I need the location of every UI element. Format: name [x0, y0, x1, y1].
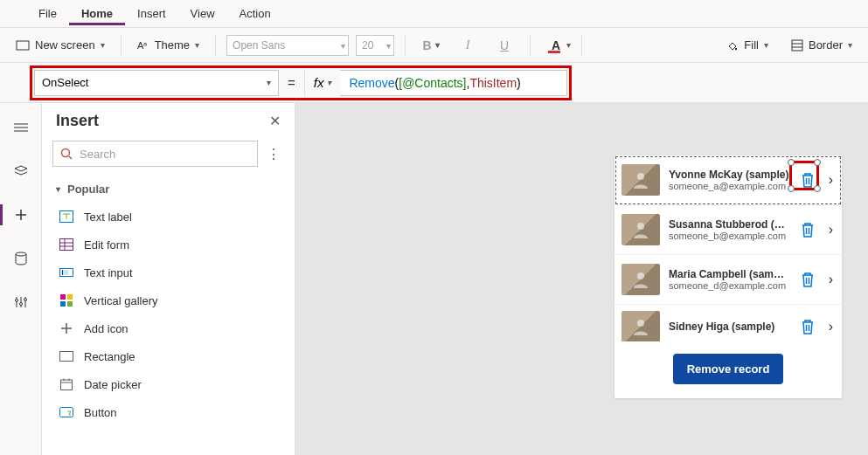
contact-name: Maria Campbell (sample): [669, 268, 790, 280]
canvas[interactable]: Yvonne McKay (sample) someone_a@example.…: [295, 103, 868, 455]
svg-rect-29: [67, 294, 73, 300]
insert-item-rectangle[interactable]: Rectangle: [42, 342, 295, 370]
search-input[interactable]: Search: [52, 141, 258, 167]
text-label-icon: [59, 210, 73, 224]
insert-pane-button[interactable]: [7, 201, 35, 229]
menu-view[interactable]: View: [178, 2, 227, 25]
date-picker-icon: [59, 377, 73, 391]
svg-line-19: [69, 156, 72, 159]
svg-point-13: [15, 300, 17, 302]
insert-item-edit-form[interactable]: Edit form: [42, 231, 295, 259]
insert-pane: Insert ✕ Search ⋮ ▾ Popular Text label E…: [42, 103, 295, 455]
data-button[interactable]: [7, 245, 35, 272]
category-label: Popular: [67, 183, 109, 196]
chevron-down-icon: ▾: [327, 78, 331, 87]
chevron-right-icon[interactable]: ›: [825, 222, 837, 238]
search-placeholder: Search: [80, 148, 115, 161]
category-popular[interactable]: ▾ Popular: [42, 176, 295, 203]
font-family-select[interactable]: Open Sans: [226, 35, 349, 56]
insert-item-text-input[interactable]: Text input: [42, 259, 295, 286]
svg-rect-30: [60, 301, 66, 307]
contact-name: Susanna Stubberod (sample): [669, 218, 790, 231]
svg-rect-28: [60, 294, 66, 300]
svg-point-49: [637, 320, 644, 327]
insert-item-label: Vertical gallery: [84, 294, 158, 307]
theme-button[interactable]: Aᵃ Theme ▾: [132, 35, 205, 55]
token-function: Remove: [349, 76, 394, 90]
left-rail: [0, 103, 42, 455]
trash-icon[interactable]: [799, 221, 816, 238]
font-size-select[interactable]: 20: [356, 35, 394, 56]
color-swatch: [548, 51, 560, 53]
bold-button[interactable]: B▾: [416, 35, 446, 56]
trash-icon[interactable]: [799, 271, 816, 288]
new-screen-button[interactable]: New screen ▾: [10, 35, 110, 55]
formula-input[interactable]: Remove( [@Contacts], ThisItem ): [340, 70, 567, 96]
svg-point-40: [637, 173, 644, 180]
menu-action[interactable]: Action: [227, 2, 283, 25]
add-icon-icon: [59, 321, 73, 335]
new-screen-icon: [16, 40, 30, 51]
italic-button[interactable]: I: [453, 35, 483, 56]
insert-item-label: Edit form: [84, 238, 129, 252]
insert-item-date-picker[interactable]: Date picker: [42, 370, 295, 398]
vertical-gallery-icon: [59, 293, 73, 307]
border-button[interactable]: Border ▾: [786, 35, 858, 55]
insert-item-add-icon[interactable]: Add icon: [42, 314, 295, 342]
fill-icon: [726, 39, 739, 52]
fill-button[interactable]: Fill ▾: [721, 35, 774, 55]
more-options-button[interactable]: ⋮: [263, 146, 284, 162]
avatar: [621, 214, 660, 245]
font-color-button[interactable]: A ▾: [541, 35, 571, 56]
gallery-row[interactable]: Susanna Stubberod (sample) someone_b@exa…: [615, 205, 842, 255]
layers-button[interactable]: [7, 157, 35, 185]
insert-pane-title: Insert: [56, 112, 99, 130]
gallery-row[interactable]: Sidney Higa (sample) ›: [615, 305, 842, 341]
insert-item-text-label[interactable]: Text label: [42, 203, 295, 231]
contact-email: someone_b@example.com: [669, 231, 790, 241]
gallery-row[interactable]: Yvonne McKay (sample) someone_a@example.…: [615, 155, 842, 205]
svg-point-15: [19, 303, 22, 306]
trash-icon[interactable]: [799, 171, 816, 189]
svg-rect-3: [792, 40, 802, 51]
separator: [405, 35, 406, 56]
menu-insert[interactable]: Insert: [125, 2, 178, 25]
property-select-value: OnSelect: [42, 76, 88, 89]
insert-item-label: Button: [84, 406, 117, 419]
settings-button[interactable]: [7, 288, 35, 316]
trash-icon[interactable]: [799, 318, 816, 335]
fill-label: Fill: [744, 38, 759, 52]
contact-email: someone_d@example.com: [669, 280, 790, 291]
underline-button[interactable]: U: [490, 35, 519, 56]
gallery-row[interactable]: Maria Campbell (sample) someone_d@exampl…: [615, 255, 842, 305]
chevron-right-icon[interactable]: ›: [825, 272, 837, 287]
insert-item-label: Text input: [84, 266, 133, 279]
chevron-right-icon[interactable]: ›: [825, 319, 837, 334]
menu-home[interactable]: Home: [69, 2, 125, 25]
separator: [215, 35, 216, 56]
insert-item-button[interactable]: Button: [42, 398, 295, 426]
chevron-right-icon[interactable]: ›: [825, 172, 837, 188]
chevron-down-icon: ▾: [56, 184, 60, 194]
svg-point-17: [24, 299, 26, 301]
close-icon[interactable]: ✕: [269, 113, 281, 129]
menu-file[interactable]: File: [26, 2, 69, 25]
svg-rect-39: [60, 408, 73, 417]
contact-name: Sidney Higa (sample): [669, 321, 790, 333]
contact-email: someone_a@example.com: [669, 181, 790, 191]
chevron-down-icon: ▾: [848, 40, 852, 50]
property-select[interactable]: OnSelect ▾: [34, 70, 279, 96]
separator: [121, 35, 122, 56]
svg-point-11: [16, 252, 26, 256]
svg-rect-31: [67, 301, 73, 307]
chevron-down-icon: ▾: [101, 40, 105, 50]
app-preview: Yvonne McKay (sample) someone_a@example.…: [615, 155, 842, 398]
tree-view-button[interactable]: [7, 114, 35, 141]
formula-bar: OnSelect ▾ = fx▾ Remove( [@Contacts], Th…: [0, 63, 868, 103]
remove-record-button[interactable]: Remove record: [673, 354, 784, 384]
insert-item-vertical-gallery[interactable]: Vertical gallery: [42, 286, 295, 314]
fx-button[interactable]: fx▾: [304, 70, 341, 96]
contact-name: Yvonne McKay (sample): [669, 169, 790, 181]
svg-rect-34: [60, 352, 73, 362]
chevron-down-icon: ▾: [267, 78, 271, 87]
